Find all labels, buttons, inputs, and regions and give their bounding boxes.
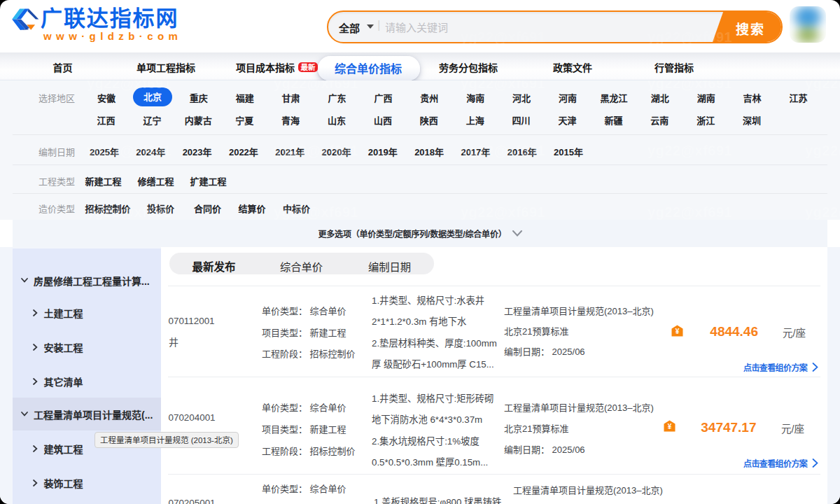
svg-text:¥: ¥ xyxy=(676,328,680,335)
svg-text:¥: ¥ xyxy=(668,422,672,430)
